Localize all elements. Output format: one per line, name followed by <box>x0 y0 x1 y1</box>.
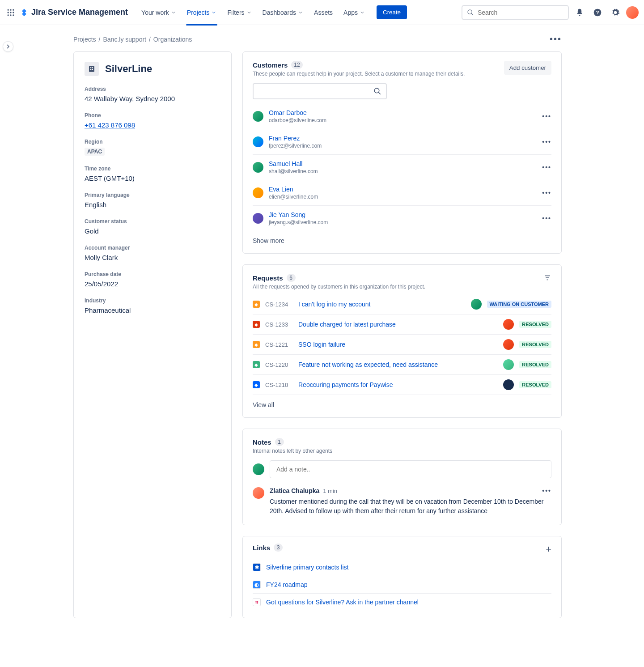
org-field: Address42 Wallaby Way, Sydney 2000 <box>85 86 220 102</box>
note-actions[interactable]: ••• <box>542 487 551 494</box>
show-more-customers[interactable]: Show more <box>253 237 551 244</box>
customer-row[interactable]: Samuel Hall shall@silverline.com ••• <box>253 155 551 180</box>
nav-item-filters[interactable]: Filters <box>223 6 256 19</box>
org-field: Time zoneAEST (GMT+10) <box>85 166 220 182</box>
customer-avatar <box>253 111 263 122</box>
sidebar-expand-button[interactable] <box>3 41 13 52</box>
settings-icon[interactable] <box>608 5 623 20</box>
svg-point-0 <box>8 9 9 10</box>
request-row[interactable]: ◆ CS-1234 I can't log into my account WA… <box>253 294 551 314</box>
organization-name: SilverLine <box>105 63 152 75</box>
request-key: CS-1221 <box>265 341 293 348</box>
search-icon <box>467 9 474 16</box>
profile-avatar[interactable] <box>626 6 639 19</box>
org-field: IndustryPharmaceutical <box>85 297 220 314</box>
notifications-icon[interactable] <box>572 5 587 20</box>
breadcrumb-item[interactable]: Banc.ly support <box>103 36 146 43</box>
customer-actions[interactable]: ••• <box>542 164 551 171</box>
org-field-value: English <box>85 201 220 208</box>
request-key: CS-1234 <box>265 301 293 308</box>
chevron-down-icon <box>360 10 365 15</box>
request-key: CS-1220 <box>265 361 293 368</box>
customer-search[interactable] <box>253 83 387 99</box>
customer-actions[interactable]: ••• <box>542 215 551 222</box>
customers-subtitle: These people can request help in your pr… <box>253 71 465 77</box>
customer-avatar <box>253 187 263 198</box>
chevron-down-icon <box>171 10 176 15</box>
request-title[interactable]: I can't log into my account <box>298 301 466 308</box>
svg-line-10 <box>471 13 473 15</box>
breadcrumb-item[interactable]: Organizations <box>153 36 192 43</box>
link-app-icon: ⌗ <box>253 598 261 606</box>
view-all-requests[interactable]: View all <box>253 401 551 408</box>
link-row[interactable]: ⌗ Got questions for Silverline? Ask in t… <box>253 594 551 611</box>
org-field-value: 25/05/2022 <box>85 280 220 288</box>
request-status: RESOLVED <box>519 381 551 388</box>
customer-row[interactable]: Omar Darboe odarboe@silverline.com ••• <box>253 104 551 129</box>
requests-count: 6 <box>287 274 296 282</box>
request-assignee-avatar <box>503 319 514 330</box>
nav-item-projects[interactable]: Projects <box>182 6 221 19</box>
customer-actions[interactable]: ••• <box>542 138 551 145</box>
link-row[interactable]: ◐ FY24 roadmap <box>253 576 551 594</box>
request-assignee-avatar <box>503 379 514 390</box>
customers-panel: Customers 12 These people can request he… <box>242 51 562 254</box>
add-customer-button[interactable]: Add customer <box>504 61 551 75</box>
request-title[interactable]: Reoccuring payments for Paywise <box>298 381 498 388</box>
request-title[interactable]: Double charged for latest purchase <box>298 321 498 328</box>
svg-line-19 <box>378 92 381 94</box>
nav-item-dashboards[interactable]: Dashboards <box>258 6 308 19</box>
nav-item-assets[interactable]: Assets <box>309 6 337 19</box>
request-title[interactable]: SSO login failure <box>298 341 498 348</box>
add-note-input[interactable] <box>270 460 551 478</box>
link-title: Silverline primary contacts list <box>266 564 348 571</box>
org-field-value: Gold <box>85 227 220 235</box>
breadcrumb-item[interactable]: Projects <box>73 36 96 43</box>
create-button[interactable]: Create <box>377 5 407 19</box>
page-more-actions[interactable]: ••• <box>550 34 562 44</box>
org-field-label: Customer status <box>85 218 220 225</box>
svg-point-3 <box>8 12 9 13</box>
request-row[interactable]: ◆ CS-1218 Reoccuring payments for Paywis… <box>253 375 551 395</box>
svg-rect-14 <box>90 67 91 68</box>
org-field-value[interactable]: +61 423 876 098 <box>85 121 135 129</box>
customer-row[interactable]: Eva Lien elien@silverline.com ••• <box>253 180 551 206</box>
svg-rect-17 <box>92 69 93 70</box>
customer-email: odarboe@silverline.com <box>269 117 326 123</box>
request-row[interactable]: ◆ CS-1233 Double charged for latest purc… <box>253 314 551 335</box>
org-field-label: Primary language <box>85 192 220 198</box>
customer-actions[interactable]: ••• <box>542 189 551 196</box>
link-title: FY24 roadmap <box>266 581 308 588</box>
customer-row[interactable]: Jie Yan Song jieyang.s@silverline.com ••… <box>253 206 551 231</box>
requests-subtitle: All the requests opened by customers in … <box>253 284 425 290</box>
request-row[interactable]: ◆ CS-1220 Feature not working as expecte… <box>253 355 551 375</box>
customer-email: jieyang.s@silverline.com <box>269 219 328 225</box>
request-assignee-avatar <box>503 339 514 350</box>
request-status: WAITING ON CUSTOMER <box>487 301 551 308</box>
customer-avatar <box>253 213 263 224</box>
svg-point-18 <box>374 88 379 93</box>
svg-point-6 <box>8 14 9 16</box>
svg-point-1 <box>10 9 11 10</box>
nav-item-your-work[interactable]: Your work <box>137 6 181 19</box>
help-icon[interactable]: ? <box>590 5 605 20</box>
notes-title: Notes <box>253 438 271 446</box>
app-switcher-icon[interactable] <box>5 7 16 18</box>
nav-item-apps[interactable]: Apps <box>339 6 369 19</box>
product-logo[interactable]: Jira Service Management <box>20 8 128 17</box>
add-link-button[interactable]: + <box>546 544 551 555</box>
search-input[interactable] <box>478 9 564 16</box>
global-search[interactable] <box>462 5 569 20</box>
customer-row[interactable]: Fran Perez fperez@silverline.com ••• <box>253 129 551 155</box>
filter-icon[interactable] <box>543 274 551 283</box>
customer-actions[interactable]: ••• <box>542 113 551 120</box>
org-field-label: Address <box>85 86 220 92</box>
link-title: Got questions for Silverline? Ask in the… <box>266 599 419 606</box>
note-text: Customer mentioned during the call that … <box>270 497 551 516</box>
link-row[interactable]: ✱ Silverline primary contacts list <box>253 559 551 576</box>
org-field-label: Purchase date <box>85 271 220 277</box>
request-title[interactable]: Feature not working as expected, need as… <box>298 361 498 368</box>
top-navigation: Jira Service Management Your workProject… <box>0 0 644 25</box>
jira-logo-icon <box>20 8 29 17</box>
request-row[interactable]: ◆ CS-1221 SSO login failure RESOLVED <box>253 335 551 355</box>
